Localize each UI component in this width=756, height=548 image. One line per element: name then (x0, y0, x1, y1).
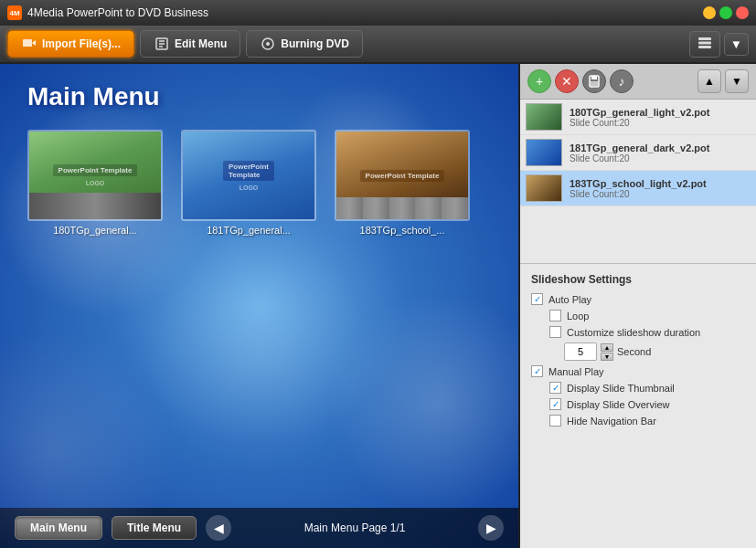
display-overview-row: Display Slide Overview (531, 398, 745, 410)
svg-marker-1 (32, 40, 36, 46)
auto-play-row: Auto Play (531, 293, 745, 305)
thumbnails-grid: PowerPoint Template LOGO 180TGp_general.… (0, 121, 518, 508)
duration-unit-label: Second (617, 346, 651, 357)
manual-play-checkbox[interactable] (531, 365, 543, 377)
manual-play-row: Manual Play (531, 365, 745, 377)
right-toolbar: + ✕ ♪ ▲ ▼ (520, 64, 756, 100)
thumbnail-item-3[interactable]: PowerPoint Template 183TGp_school_... (335, 130, 470, 499)
svg-rect-12 (591, 76, 597, 79)
duration-up-button[interactable]: ▲ (601, 343, 613, 352)
add-file-button[interactable]: + (527, 69, 551, 93)
file-list[interactable]: 180TGp_general_light_v2.pot Slide Count:… (520, 100, 756, 264)
settings-title: Slideshow Settings (531, 273, 745, 286)
move-up-button[interactable]: ▲ (697, 69, 721, 93)
edit-menu-button[interactable]: Edit Menu (140, 30, 240, 58)
burning-dvd-button[interactable]: Burning DVD (246, 30, 363, 58)
toolbar-right-controls: ▼ (689, 31, 749, 58)
file-thumb-1 (526, 103, 562, 131)
window-title: 4Media PowerPoint to DVD Business (27, 6, 697, 19)
thumbnail-image-3: PowerPoint Template (335, 130, 470, 221)
edit-menu-icon (154, 36, 170, 52)
import-icon (21, 36, 37, 52)
manual-play-label: Manual Play (548, 366, 604, 377)
remove-file-button[interactable]: ✕ (555, 69, 579, 93)
file-thumb-2 (526, 139, 562, 166)
thumbnail-item-2[interactable]: PowerPointTemplate LOGO 181TGp_general..… (181, 130, 316, 499)
settings-section: Slideshow Settings Auto Play Loop Custom… (520, 264, 756, 440)
app-icon: 4M (7, 5, 22, 20)
duration-input[interactable] (564, 342, 597, 361)
hide-nav-bar-label: Hide Navigation Bar (567, 416, 656, 427)
window-controls (703, 6, 749, 19)
hide-nav-bar-checkbox[interactable] (549, 415, 561, 427)
file-count-3: Slide Count:20 (570, 189, 751, 199)
file-count-2: Slide Count:20 (570, 153, 751, 163)
svg-rect-9 (698, 41, 711, 44)
main-layout: Main Menu PowerPoint Template LOGO 180TG… (0, 64, 756, 548)
burning-icon (260, 36, 276, 52)
auto-play-checkbox[interactable] (531, 293, 543, 305)
file-thumb-3 (526, 174, 562, 202)
settings-button[interactable] (689, 31, 720, 58)
display-overview-label: Display Slide Overview (567, 399, 669, 410)
thumbnail-image-1: PowerPoint Template LOGO (27, 130, 163, 221)
file-name-1: 180TGp_general_light_v2.pot (570, 107, 751, 118)
auto-play-label: Auto Play (548, 294, 591, 305)
main-menu-button[interactable]: Main Menu (15, 516, 102, 540)
preview-bottom-bar: Main Menu Title Menu ◀ Main Menu Page 1/… (0, 508, 518, 548)
right-panel: + ✕ ♪ ▲ ▼ 180TGp_general_light_v2.pot Sl… (518, 64, 756, 548)
next-page-button[interactable]: ▶ (478, 515, 504, 541)
file-item-3[interactable]: 183TGp_school_light_v2.pot Slide Count:2… (520, 171, 756, 206)
file-count-1: Slide Count:20 (570, 118, 751, 128)
file-name-2: 181TGp_general_dark_v2.pot (570, 142, 751, 153)
page-label: Main Menu Page 1/1 (240, 522, 469, 534)
hide-nav-bar-row: Hide Navigation Bar (531, 415, 745, 427)
main-toolbar: Import File(s)... Edit Menu Burning DVD … (0, 26, 756, 64)
display-thumbnail-row: Display Slide Thumbnail (531, 382, 745, 394)
loop-label: Loop (567, 311, 589, 321)
customize-duration-checkbox[interactable] (549, 326, 561, 338)
svg-rect-13 (591, 81, 598, 86)
title-menu-button[interactable]: Title Menu (112, 516, 197, 540)
thumbnail-label-2: 181TGp_general... (207, 225, 291, 236)
thumbnail-label-3: 183TGp_school_... (360, 225, 445, 236)
customize-duration-row: Customize slideshow duration (531, 326, 745, 338)
main-menu-title: Main Menu (0, 64, 518, 121)
svg-point-7 (266, 42, 270, 46)
maximize-button[interactable] (719, 6, 732, 19)
save-file-button[interactable] (582, 69, 606, 93)
duration-down-button[interactable]: ▼ (601, 353, 613, 361)
minimize-button[interactable] (703, 6, 716, 19)
import-files-button[interactable]: Import File(s)... (7, 30, 134, 58)
close-button[interactable] (736, 6, 749, 19)
duration-row: ▲ ▼ Second (531, 342, 745, 361)
thumbnail-label-1: 180TGp_general... (53, 225, 137, 236)
file-item-1[interactable]: 180TGp_general_light_v2.pot Slide Count:… (520, 100, 756, 135)
display-thumbnail-checkbox[interactable] (549, 382, 561, 394)
svg-rect-8 (698, 37, 711, 40)
dropdown-arrow-button[interactable]: ▼ (724, 33, 749, 56)
display-overview-checkbox[interactable] (549, 398, 561, 410)
thumbnail-image-2: PowerPointTemplate LOGO (181, 130, 316, 221)
move-down-button[interactable]: ▼ (725, 69, 749, 93)
display-thumbnail-label: Display Slide Thumbnail (567, 383, 675, 394)
loop-checkbox[interactable] (549, 310, 561, 321)
thumbnail-item-1[interactable]: PowerPoint Template LOGO 180TGp_general.… (27, 130, 163, 499)
file-item-2[interactable]: 181TGp_general_dark_v2.pot Slide Count:2… (520, 135, 756, 171)
music-button[interactable]: ♪ (610, 69, 634, 93)
title-bar: 4M 4Media PowerPoint to DVD Business (0, 0, 756, 26)
file-name-3: 183TGp_school_light_v2.pot (570, 178, 751, 189)
customize-duration-label: Customize slideshow duration (567, 327, 700, 338)
loop-row: Loop (531, 310, 745, 321)
svg-rect-0 (23, 39, 32, 47)
prev-page-button[interactable]: ◀ (206, 515, 231, 541)
svg-rect-10 (698, 46, 711, 48)
preview-panel: Main Menu PowerPoint Template LOGO 180TG… (0, 64, 518, 548)
